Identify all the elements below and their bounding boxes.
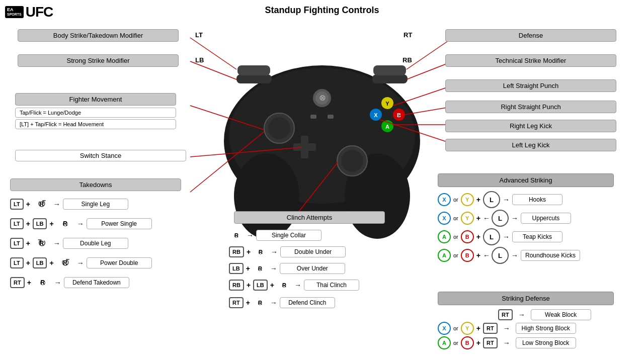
svg-rect-5 <box>372 74 408 83</box>
svg-text:B: B <box>397 112 401 118</box>
a-def: A <box>438 336 451 349</box>
logo: EASPORTS UFC <box>5 4 53 20</box>
b-def: B <box>461 336 474 349</box>
body-strike-label: Body Strike/Takedown Modifier <box>18 29 179 42</box>
strong-strike-label: Strong Strike Modifier <box>18 54 179 67</box>
rb-btn-2: RB <box>229 280 244 291</box>
svg-text:Y: Y <box>385 101 389 107</box>
double-under-label: Double Under <box>280 246 346 257</box>
uppercuts-label: Uppercuts <box>521 213 571 224</box>
svg-point-19 <box>381 97 393 109</box>
over-under-label: Over Under <box>280 263 345 274</box>
lb-btn-4: LB <box>253 280 268 291</box>
single-collar-label: Single Collar <box>256 230 321 241</box>
rb-btn-1: RB <box>229 246 244 257</box>
rt-weak: RT <box>498 309 513 320</box>
page-title: Standup Fighting Controls <box>0 0 644 18</box>
x-btn-adv: X <box>438 193 451 206</box>
tap-flick-label: Tap/Flick = Lunge/Dodge <box>15 108 176 118</box>
svg-line-28 <box>190 61 236 79</box>
svg-text:A: A <box>385 124 389 130</box>
svg-line-34 <box>393 85 453 106</box>
y-btn-adv2: Y <box>461 212 474 225</box>
x-button-label: Left Leg Kick <box>445 139 616 151</box>
a-btn-adv2: A <box>438 249 451 262</box>
x-def: X <box>438 322 451 335</box>
clinch-section: Clinch Attempts ○ R → Single Collar RB +… <box>229 211 405 312</box>
lt-btn-1: LT <box>10 199 24 210</box>
svg-line-29 <box>190 106 264 130</box>
lb-btn-1: LB <box>33 218 47 229</box>
rt-label: RT <box>404 31 412 39</box>
ea-logo: EASPORTS <box>5 6 24 18</box>
defend-takedown-label: Defend Takedown <box>64 277 129 288</box>
lt-label: LT <box>195 31 203 39</box>
svg-point-14 <box>313 89 331 107</box>
technical-label: Technical Strike Modifier <box>445 54 616 67</box>
svg-line-30 <box>190 147 302 157</box>
striking-defense-section: Striking Defense RT → Weak Block X or Y … <box>438 292 639 351</box>
thai-clinch-label: Thai Clinch <box>304 280 359 291</box>
teap-kicks-label: Teap Kicks <box>512 231 562 242</box>
svg-rect-17 <box>310 115 316 119</box>
y-button-label: Left Straight Punch <box>445 79 616 92</box>
b-btn-adv: B <box>461 230 474 243</box>
defend-clinch-label: Defend Clinch <box>280 297 335 308</box>
svg-point-25 <box>370 109 382 121</box>
rt-low: RT <box>483 337 498 348</box>
svg-point-15 <box>315 92 329 105</box>
svg-point-11 <box>341 150 363 172</box>
svg-text:⊗: ⊗ <box>319 94 326 102</box>
a-button-label: Right Leg Kick <box>445 120 616 132</box>
svg-rect-13 <box>293 143 316 151</box>
svg-rect-18 <box>328 115 334 119</box>
b-button-label: Right Straight Punch <box>445 101 616 113</box>
lt-btn-2: LT <box>10 218 24 229</box>
switch-stance-section: Switch Stance <box>15 150 186 161</box>
b-btn-adv2: B <box>461 249 474 262</box>
ufc-logo: UFC <box>26 4 53 20</box>
y-def: Y <box>461 322 474 335</box>
rt-high: RT <box>483 323 498 334</box>
power-double-label: Power Double <box>87 257 152 268</box>
lb-btn-3: LB <box>229 263 244 274</box>
svg-point-23 <box>381 120 393 132</box>
svg-rect-6 <box>237 65 270 75</box>
lt-btn-3: LT <box>10 238 24 249</box>
svg-point-0 <box>224 65 420 216</box>
x-btn-adv2: X <box>438 212 451 225</box>
roundhouse-label: Roundhouse Kicks <box>521 250 580 261</box>
svg-point-9 <box>268 117 290 139</box>
svg-point-8 <box>264 113 294 143</box>
high-strong-label: High Strong Block <box>516 323 576 334</box>
single-leg-label: Single Leg <box>63 199 128 210</box>
rb-label: RB <box>403 56 412 64</box>
rt-btn-2: RT <box>229 297 244 308</box>
rt-btn-1: RT <box>10 277 25 288</box>
lt-btn-4: LT <box>10 257 24 268</box>
lb-label: LB <box>195 56 204 64</box>
weak-block-label: Weak Block <box>531 309 591 320</box>
lb-btn-2: LB <box>33 257 47 268</box>
lt-tap-label: [LT] + Tap/Flick = Head Movement <box>15 119 176 129</box>
y-btn-adv: Y <box>461 193 474 206</box>
svg-rect-7 <box>373 65 406 75</box>
svg-point-1 <box>229 68 415 204</box>
double-leg-label: Double Leg <box>63 238 128 249</box>
svg-text:X: X <box>374 112 378 118</box>
svg-line-37 <box>380 120 453 144</box>
svg-rect-12 <box>301 136 308 158</box>
takedowns-section: Takedowns LT + ↺ R → Single Leg LT + LB … <box>10 178 211 293</box>
advanced-striking-section: Advanced Striking X or Y + L → Hooks X o… <box>438 173 629 265</box>
hooks-label: Hooks <box>512 194 562 205</box>
defense-label: Defense <box>445 29 616 42</box>
svg-point-10 <box>337 146 367 176</box>
fighter-movement-section: Fighter Movement Tap/Flick = Lunge/Dodge… <box>15 93 196 129</box>
power-single-label: Power Single <box>87 218 152 229</box>
svg-point-21 <box>393 109 405 121</box>
svg-rect-4 <box>236 74 272 83</box>
a-btn-adv: A <box>438 230 451 243</box>
svg-line-38 <box>294 162 338 217</box>
low-strong-label: Low Strong Block <box>516 337 576 348</box>
svg-line-27 <box>190 38 236 69</box>
